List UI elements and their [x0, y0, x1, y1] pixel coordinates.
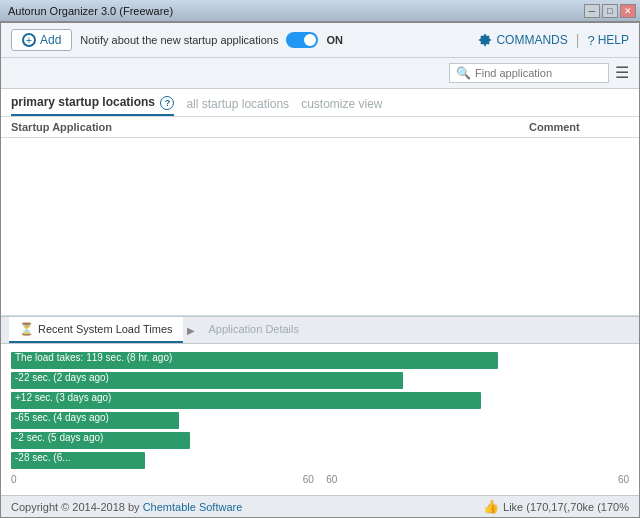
search-box: 🔍	[449, 63, 609, 83]
minimize-button[interactable]: ─	[584, 4, 600, 18]
chart-bar-row: -28 sec. (6...	[11, 452, 629, 469]
chart-area: The load takes: 119 sec. (8 hr. ago)-22 …	[1, 344, 639, 495]
help-label: HELP	[598, 33, 629, 47]
title-controls: ─ □ ✕	[584, 4, 636, 18]
col-comment-header: Comment	[529, 121, 629, 133]
chart-bar-label: -65 sec. (4 days ago)	[15, 412, 109, 423]
chart-bar-row: -2 sec. (5 days ago)	[11, 432, 629, 449]
tab-load-times-label: Recent System Load Times	[38, 323, 173, 335]
chart-bar: -65 sec. (4 days ago)	[11, 412, 179, 429]
hourglass-icon: ⏳	[19, 322, 34, 336]
like-text: Like (170,17(,70ke (170%	[503, 501, 629, 513]
bottom-panel: ⏳ Recent System Load Times ▶ Application…	[1, 316, 639, 495]
notify-text: Notify about the new startup application…	[80, 34, 278, 46]
add-button[interactable]: + Add	[11, 29, 72, 51]
toolbar: + Add Notify about the new startup appli…	[1, 23, 639, 58]
chart-bar: The load takes: 119 sec. (8 hr. ago)	[11, 352, 498, 369]
toolbar-right: COMMANDS | ? HELP	[478, 32, 629, 48]
company-link[interactable]: Chemtable Software	[143, 501, 243, 513]
tab-load-times[interactable]: ⏳ Recent System Load Times	[9, 317, 183, 343]
tab-app-details[interactable]: Application Details	[199, 318, 310, 342]
gear-icon	[478, 33, 492, 47]
toolbar-left: + Add Notify about the new startup appli…	[11, 29, 343, 51]
on-label: ON	[326, 34, 343, 46]
question-icon: ?	[587, 33, 594, 48]
table-body	[1, 138, 639, 316]
tab-app-details-label: Application Details	[209, 323, 300, 335]
notify-toggle[interactable]	[286, 32, 318, 48]
search-icon: 🔍	[456, 66, 471, 80]
help-button[interactable]: ? HELP	[587, 33, 629, 48]
chart-bar-label: +12 sec. (3 days ago)	[15, 392, 111, 403]
commands-button[interactable]: COMMANDS	[478, 33, 567, 47]
divider: |	[576, 32, 580, 48]
like-section: 👍 Like (170,17(,70ke (170%	[483, 499, 629, 514]
search-input[interactable]	[475, 67, 595, 79]
tab-all[interactable]: all startup locations	[186, 97, 289, 115]
chart-bar-label: -2 sec. (5 days ago)	[15, 432, 103, 443]
tab-customize[interactable]: customize view	[301, 97, 382, 115]
chart-bar: -22 sec. (2 days ago)	[11, 372, 403, 389]
commands-label: COMMANDS	[496, 33, 567, 47]
title-bar: Autorun Organizer 3.0 (Freeware) ─ □ ✕	[0, 0, 640, 22]
axis-right: 60 60	[326, 474, 629, 485]
main-window: + Add Notify about the new startup appli…	[0, 22, 640, 518]
chart-bar: +12 sec. (3 days ago)	[11, 392, 481, 409]
hamburger-button[interactable]: ☰	[615, 65, 629, 81]
status-bar: Copyright © 2014-2018 by Chemtable Softw…	[1, 495, 639, 517]
chart-bar-row: +12 sec. (3 days ago)	[11, 392, 629, 409]
table-header: Startup Application Comment	[1, 117, 639, 138]
bottom-tabs: ⏳ Recent System Load Times ▶ Application…	[1, 317, 639, 344]
axis-label-60b: 60	[326, 474, 337, 485]
help-circle-icon[interactable]: ?	[160, 96, 174, 110]
close-button[interactable]: ✕	[620, 4, 636, 18]
axis-label-60a: 60	[303, 474, 314, 485]
title-text: Autorun Organizer 3.0 (Freeware)	[4, 5, 173, 17]
copyright-text: Copyright © 2014-2018 by	[11, 501, 143, 513]
bars-container: The load takes: 119 sec. (8 hr. ago)-22 …	[11, 352, 629, 469]
chart-bar: -2 sec. (5 days ago)	[11, 432, 190, 449]
chart-bar: -28 sec. (6...	[11, 452, 145, 469]
chart-bar-row: -65 sec. (4 days ago)	[11, 412, 629, 429]
axis-label-0: 0	[11, 474, 17, 485]
copyright-area: Copyright © 2014-2018 by Chemtable Softw…	[11, 501, 242, 513]
axis-label-60c: 60	[618, 474, 629, 485]
maximize-button[interactable]: □	[602, 4, 618, 18]
tab-primary[interactable]: primary startup locations ?	[11, 95, 174, 116]
chart-bar-label: -22 sec. (2 days ago)	[15, 372, 109, 383]
arrow-icon: ▶	[187, 325, 195, 336]
add-label: Add	[40, 33, 61, 47]
axis-left: 0 60	[11, 474, 314, 485]
thumbs-up-icon: 👍	[483, 499, 499, 514]
chart-bar-row: -22 sec. (2 days ago)	[11, 372, 629, 389]
chart-bar-label: -28 sec. (6...	[15, 452, 71, 463]
nav-tabs: primary startup locations ? all startup …	[1, 89, 639, 117]
chart-axis: 0 60 60 60	[11, 472, 629, 487]
col-app-header: Startup Application	[11, 121, 529, 133]
plus-icon: +	[22, 33, 36, 47]
toolbar2: 🔍 ☰	[1, 58, 639, 89]
chart-bar-label: The load takes: 119 sec. (8 hr. ago)	[15, 352, 172, 363]
chart-bar-row: The load takes: 119 sec. (8 hr. ago)	[11, 352, 629, 369]
